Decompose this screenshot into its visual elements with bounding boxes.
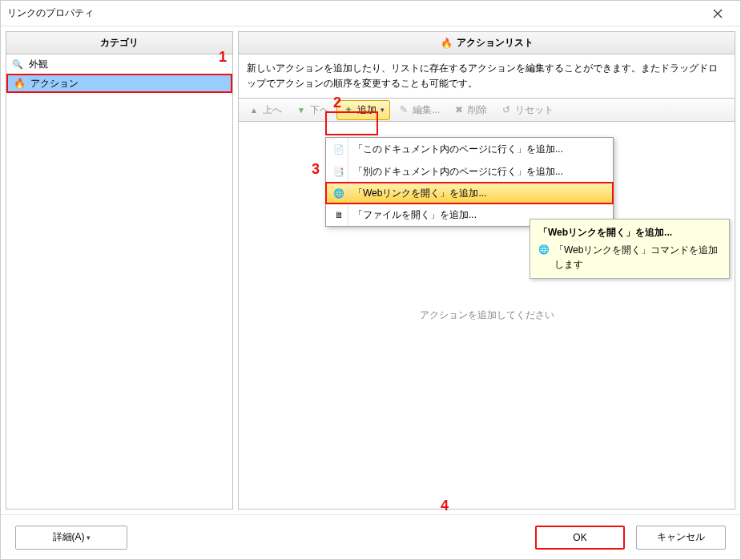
category-label: 外観: [29, 58, 48, 71]
menu-item-open-weblink[interactable]: 「Webリンクを開く」を追加...: [325, 182, 614, 204]
edit-icon: [397, 103, 410, 116]
tooltip-body: 「Webリンクを開く」コマンドを追加します: [538, 243, 721, 272]
toolbar-edit-label: 編集...: [413, 103, 440, 117]
action-header: アクションリスト: [239, 32, 735, 54]
add-dropdown-menu: 「このドキュメント内のページに行く」を追加... 「別のドキュメント内のページに…: [325, 137, 614, 227]
toolbar-edit-button[interactable]: 編集...: [392, 100, 445, 120]
toolbar-down-button[interactable]: 下へ: [289, 100, 335, 120]
close-button[interactable]: [702, 2, 734, 25]
menu-item-goto-page-other-doc[interactable]: 「別のドキュメント内のページに行く」を追加...: [326, 160, 613, 183]
category-label: アクション: [30, 77, 79, 91]
cancel-label: キャンセル: [657, 530, 705, 544]
category-header: カテゴリ: [6, 32, 232, 54]
toolbar-add-label: 追加: [357, 103, 377, 117]
ok-button[interactable]: OK: [535, 526, 625, 550]
cancel-button[interactable]: キャンセル: [636, 526, 726, 550]
page-icon: [332, 143, 345, 155]
tooltip-title: 「Webリンクを開く」を追加...: [538, 226, 721, 240]
action-description: 新しいアクションを追加したり、リストに存在するアクションを編集することができます…: [239, 54, 735, 98]
menu-separator: [348, 138, 348, 226]
details-label: 詳細(A): [53, 530, 85, 544]
details-button[interactable]: 詳細(A): [15, 526, 127, 550]
action-header-label: アクションリスト: [457, 36, 534, 50]
toolbar-delete-label: 削除: [468, 103, 487, 117]
menu-item-label: 「Webリンクを開く」を追加...: [353, 187, 486, 200]
toolbar-delete-button[interactable]: 削除: [447, 100, 493, 120]
toolbar-up-button[interactable]: 上へ: [242, 100, 288, 120]
reset-icon: [500, 103, 513, 116]
magnifier-icon: [11, 58, 24, 71]
page-arrow-icon: [332, 165, 345, 178]
arrow-up-icon: [248, 103, 260, 116]
toolbar-down-label: 下へ: [310, 103, 329, 117]
toolbar-reset-label: リセット: [515, 103, 554, 117]
toolbar-reset-button[interactable]: リセット: [494, 100, 559, 120]
globe-icon: [332, 187, 345, 199]
menu-item-label: 「このドキュメント内のページに行く」を追加...: [353, 143, 563, 156]
menu-item-goto-page-this-doc[interactable]: 「このドキュメント内のページに行く」を追加...: [326, 138, 613, 160]
category-panel: カテゴリ 外観 アクション: [6, 31, 233, 510]
file-icon: [332, 208, 345, 221]
dialog-window: リンクのプロパティ カテゴリ 外観 アクション アクションリスト: [0, 0, 741, 560]
category-list: 外観 アクション: [6, 54, 232, 509]
tooltip-text: 「Webリンクを開く」コマンドを追加します: [554, 243, 721, 272]
title-bar: リンクのプロパティ: [1, 1, 740, 26]
delete-icon: [453, 103, 465, 116]
toolbar-add-button[interactable]: 追加: [336, 100, 390, 120]
plus-icon: [342, 103, 355, 116]
menu-item-label: 「別のドキュメント内のページに行く」を追加...: [353, 165, 563, 179]
dialog-footer: 詳細(A) OK キャンセル: [1, 514, 740, 559]
action-toolbar: 上へ 下へ 追加 編集... 削除: [239, 98, 735, 122]
arrow-down-icon: [295, 103, 308, 116]
tooltip: 「Webリンクを開く」を追加... 「Webリンクを開く」コマンドを追加します: [530, 219, 730, 279]
toolbar-up-label: 上へ: [263, 103, 282, 117]
window-title: リンクのプロパティ: [7, 6, 702, 20]
category-item-actions[interactable]: アクション: [6, 74, 232, 93]
action-placeholder: アクションを追加してください: [420, 308, 554, 322]
ok-label: OK: [573, 532, 586, 543]
globe-icon: [538, 243, 550, 256]
menu-item-label: 「ファイルを開く」を追加...: [353, 208, 477, 222]
spark-icon: [441, 37, 453, 50]
category-item-appearance[interactable]: 外観: [6, 54, 232, 74]
spark-icon: [13, 77, 26, 90]
